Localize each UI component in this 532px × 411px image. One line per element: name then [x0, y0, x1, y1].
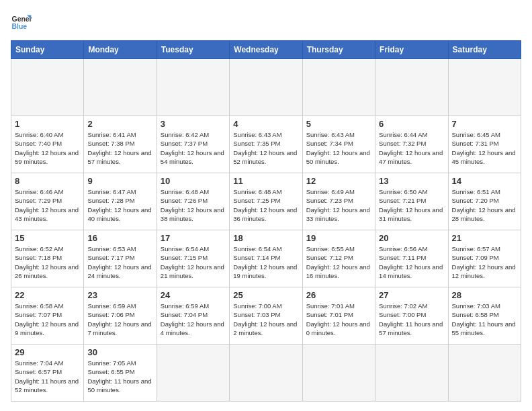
day-number: 29	[15, 347, 80, 357]
day-number: 24	[161, 290, 226, 300]
calendar-cell: 3 Sunrise: 6:42 AMSunset: 7:37 PMDayligh…	[157, 116, 229, 173]
calendar-cell: 17 Sunrise: 6:54 AMSunset: 7:15 PMDaylig…	[157, 230, 229, 287]
calendar-week-row: 1 Sunrise: 6:40 AMSunset: 7:40 PMDayligh…	[11, 116, 521, 173]
calendar-cell: 12 Sunrise: 6:49 AMSunset: 7:23 PMDaylig…	[302, 173, 375, 230]
day-number: 26	[306, 290, 371, 300]
day-number: 13	[379, 176, 444, 186]
calendar-cell: 15 Sunrise: 6:52 AMSunset: 7:18 PMDaylig…	[11, 230, 84, 287]
svg-text:Blue: Blue	[12, 23, 28, 30]
day-number: 18	[233, 233, 298, 243]
day-detail: Sunrise: 7:00 AMSunset: 7:03 PMDaylight:…	[233, 302, 298, 337]
day-number: 22	[15, 290, 80, 300]
calendar-cell: 13 Sunrise: 6:50 AMSunset: 7:21 PMDaylig…	[375, 173, 448, 230]
calendar-cell	[302, 345, 375, 402]
day-number: 8	[15, 176, 80, 186]
day-detail: Sunrise: 6:41 AMSunset: 7:38 PMDaylight:…	[87, 130, 152, 166]
day-detail: Sunrise: 6:58 AMSunset: 7:07 PMDaylight:…	[15, 302, 80, 337]
col-sunday: Sunday	[11, 41, 84, 59]
day-number: 27	[379, 290, 444, 300]
calendar-cell: 21 Sunrise: 6:57 AMSunset: 7:09 PMDaylig…	[448, 230, 521, 287]
calendar-cell: 11 Sunrise: 6:48 AMSunset: 7:25 PMDaylig…	[230, 173, 302, 230]
day-number: 9	[87, 176, 152, 186]
calendar-cell: 26 Sunrise: 7:01 AMSunset: 7:01 PMDaylig…	[302, 287, 375, 345]
calendar-cell	[448, 59, 521, 116]
calendar-week-row	[11, 59, 521, 116]
day-detail: Sunrise: 6:42 AMSunset: 7:37 PMDaylight:…	[161, 130, 226, 166]
col-monday: Monday	[84, 41, 157, 59]
day-detail: Sunrise: 6:49 AMSunset: 7:23 PMDaylight:…	[306, 187, 371, 223]
day-number: 25	[233, 290, 298, 300]
calendar-cell: 7 Sunrise: 6:45 AMSunset: 7:31 PMDayligh…	[448, 116, 521, 173]
calendar-cell: 20 Sunrise: 6:56 AMSunset: 7:11 PMDaylig…	[375, 230, 448, 287]
day-number: 15	[15, 233, 80, 243]
calendar-cell	[302, 59, 375, 116]
calendar-cell	[230, 59, 302, 116]
col-saturday: Saturday	[448, 41, 521, 59]
calendar-cell	[375, 59, 448, 116]
day-detail: Sunrise: 7:04 AMSunset: 6:57 PMDaylight:…	[15, 359, 80, 394]
day-number: 5	[306, 119, 371, 129]
calendar-cell: 5 Sunrise: 6:43 AMSunset: 7:34 PMDayligh…	[302, 116, 375, 173]
calendar-cell: 30 Sunrise: 7:05 AMSunset: 6:55 PMDaylig…	[84, 345, 157, 402]
day-detail: Sunrise: 6:50 AMSunset: 7:21 PMDaylight:…	[379, 187, 444, 223]
day-detail: Sunrise: 6:40 AMSunset: 7:40 PMDaylight:…	[15, 130, 80, 166]
calendar-cell: 16 Sunrise: 6:53 AMSunset: 7:17 PMDaylig…	[84, 230, 157, 287]
day-number: 12	[306, 176, 371, 186]
day-detail: Sunrise: 7:03 AMSunset: 6:58 PMDaylight:…	[452, 302, 517, 337]
day-detail: Sunrise: 7:05 AMSunset: 6:55 PMDaylight:…	[87, 359, 152, 394]
calendar-cell: 10 Sunrise: 6:48 AMSunset: 7:26 PMDaylig…	[157, 173, 229, 230]
day-detail: Sunrise: 6:47 AMSunset: 7:28 PMDaylight:…	[87, 187, 152, 223]
calendar-cell	[448, 345, 521, 402]
col-friday: Friday	[375, 41, 448, 59]
day-number: 7	[452, 119, 517, 129]
calendar-cell: 6 Sunrise: 6:44 AMSunset: 7:32 PMDayligh…	[375, 116, 448, 173]
day-detail: Sunrise: 6:48 AMSunset: 7:25 PMDaylight:…	[233, 187, 298, 223]
calendar-cell: 29 Sunrise: 7:04 AMSunset: 6:57 PMDaylig…	[11, 345, 84, 402]
calendar-cell: 22 Sunrise: 6:58 AMSunset: 7:07 PMDaylig…	[11, 287, 84, 345]
day-number: 28	[452, 290, 517, 300]
calendar-week-row: 29 Sunrise: 7:04 AMSunset: 6:57 PMDaylig…	[11, 345, 521, 402]
calendar-cell: 2 Sunrise: 6:41 AMSunset: 7:38 PMDayligh…	[84, 116, 157, 173]
day-number: 14	[452, 176, 517, 186]
calendar-cell	[11, 59, 84, 116]
day-number: 11	[233, 176, 298, 186]
page-header: General Blue	[11, 11, 521, 32]
day-number: 3	[161, 119, 226, 129]
calendar-cell: 18 Sunrise: 6:54 AMSunset: 7:14 PMDaylig…	[230, 230, 302, 287]
calendar-week-row: 15 Sunrise: 6:52 AMSunset: 7:18 PMDaylig…	[11, 230, 521, 287]
logo-icon: General Blue	[11, 11, 32, 32]
calendar-cell: 4 Sunrise: 6:43 AMSunset: 7:35 PMDayligh…	[230, 116, 302, 173]
calendar-table: Sunday Monday Tuesday Wednesday Thursday…	[11, 40, 521, 402]
calendar-cell: 25 Sunrise: 7:00 AMSunset: 7:03 PMDaylig…	[230, 287, 302, 345]
day-number: 4	[233, 119, 298, 129]
calendar-cell: 9 Sunrise: 6:47 AMSunset: 7:28 PMDayligh…	[84, 173, 157, 230]
calendar-cell	[375, 345, 448, 402]
day-detail: Sunrise: 6:57 AMSunset: 7:09 PMDaylight:…	[452, 244, 517, 280]
day-number: 21	[452, 233, 517, 243]
calendar-cell: 14 Sunrise: 6:51 AMSunset: 7:20 PMDaylig…	[448, 173, 521, 230]
calendar-cell: 27 Sunrise: 7:02 AMSunset: 7:00 PMDaylig…	[375, 287, 448, 345]
day-number: 6	[379, 119, 444, 129]
col-wednesday: Wednesday	[230, 41, 302, 59]
day-number: 16	[87, 233, 152, 243]
calendar-week-row: 22 Sunrise: 6:58 AMSunset: 7:07 PMDaylig…	[11, 287, 521, 345]
day-number: 19	[306, 233, 371, 243]
day-detail: Sunrise: 6:51 AMSunset: 7:20 PMDaylight:…	[452, 187, 517, 223]
day-detail: Sunrise: 6:54 AMSunset: 7:15 PMDaylight:…	[161, 244, 226, 280]
day-number: 23	[87, 290, 152, 300]
day-detail: Sunrise: 6:48 AMSunset: 7:26 PMDaylight:…	[161, 187, 226, 223]
logo: General Blue	[11, 11, 32, 32]
col-thursday: Thursday	[302, 41, 375, 59]
day-detail: Sunrise: 6:43 AMSunset: 7:34 PMDaylight:…	[306, 130, 371, 166]
day-detail: Sunrise: 7:01 AMSunset: 7:01 PMDaylight:…	[306, 302, 371, 337]
day-number: 10	[161, 176, 226, 186]
calendar-cell: 28 Sunrise: 7:03 AMSunset: 6:58 PMDaylig…	[448, 287, 521, 345]
calendar-cell	[230, 345, 302, 402]
day-detail: Sunrise: 6:54 AMSunset: 7:14 PMDaylight:…	[233, 244, 298, 280]
day-detail: Sunrise: 7:02 AMSunset: 7:00 PMDaylight:…	[379, 302, 444, 337]
calendar-cell: 24 Sunrise: 6:59 AMSunset: 7:04 PMDaylig…	[157, 287, 229, 345]
calendar-cell: 23 Sunrise: 6:59 AMSunset: 7:06 PMDaylig…	[84, 287, 157, 345]
col-tuesday: Tuesday	[157, 41, 229, 59]
day-detail: Sunrise: 6:52 AMSunset: 7:18 PMDaylight:…	[15, 244, 80, 280]
day-number: 1	[15, 119, 80, 129]
